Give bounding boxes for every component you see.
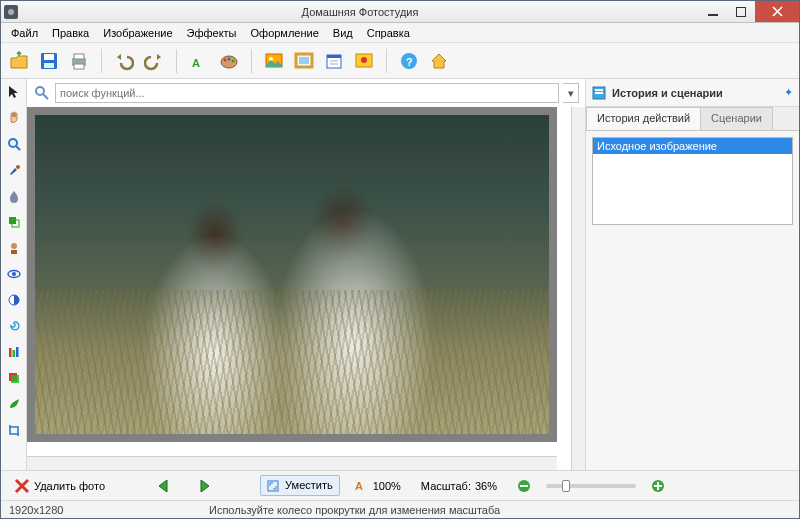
horizontal-scrollbar[interactable] xyxy=(27,456,557,470)
fit-button[interactable]: Уместить xyxy=(260,475,340,496)
menu-edit[interactable]: Правка xyxy=(46,25,95,41)
help-button[interactable]: ? xyxy=(397,49,421,73)
svg-rect-20 xyxy=(327,55,341,58)
svg-line-42 xyxy=(43,94,48,99)
svg-rect-40 xyxy=(11,375,19,383)
svg-rect-44 xyxy=(595,89,603,91)
scale-label: Масштаб: xyxy=(421,480,471,492)
vertical-scrollbar[interactable] xyxy=(571,107,585,470)
open-button[interactable] xyxy=(7,49,31,73)
window-title: Домашняя Фотостудия xyxy=(21,6,699,18)
close-button[interactable] xyxy=(755,1,799,22)
brush-tool[interactable] xyxy=(5,161,23,179)
svg-point-24 xyxy=(361,57,367,63)
tool-sidebar xyxy=(1,79,27,470)
zoom-slider[interactable] xyxy=(546,484,636,488)
svg-rect-6 xyxy=(44,63,54,68)
panel-tabs: История действий Сценарии xyxy=(586,107,799,131)
prev-button[interactable] xyxy=(150,476,180,496)
redo-button[interactable] xyxy=(142,49,166,73)
calendar-button[interactable] xyxy=(322,49,346,73)
next-button[interactable] xyxy=(190,476,220,496)
svg-rect-18 xyxy=(299,57,309,64)
fit-label: Уместить xyxy=(285,479,333,491)
minimize-button[interactable] xyxy=(699,1,727,22)
pointer-tool[interactable] xyxy=(5,83,23,101)
app-window: Домашняя Фотостудия Файл Правка Изображе… xyxy=(0,0,800,519)
toolbar-separator xyxy=(176,49,177,73)
svg-rect-2 xyxy=(708,14,718,16)
delete-icon xyxy=(14,478,30,494)
clone-tool[interactable] xyxy=(5,213,23,231)
window-buttons xyxy=(699,1,799,22)
svg-rect-38 xyxy=(16,347,19,357)
search-dropdown[interactable]: ▾ xyxy=(563,83,579,103)
menu-view[interactable]: Вид xyxy=(327,25,359,41)
svg-point-1 xyxy=(8,9,14,15)
menu-decor[interactable]: Оформление xyxy=(245,25,325,41)
postcard-button[interactable] xyxy=(352,49,376,73)
svg-rect-5 xyxy=(44,54,54,60)
menubar: Файл Правка Изображение Эффекты Оформлен… xyxy=(1,23,799,43)
image-button[interactable] xyxy=(262,49,286,73)
home-button[interactable] xyxy=(427,49,451,73)
print-button[interactable] xyxy=(67,49,91,73)
delete-photo-button[interactable]: Удалить фото xyxy=(9,476,110,496)
zoom-out-button[interactable] xyxy=(512,477,536,495)
canvas[interactable] xyxy=(27,107,557,442)
save-button[interactable] xyxy=(37,49,61,73)
search-input[interactable] xyxy=(55,83,559,103)
history-list[interactable]: Исходное изображение xyxy=(592,137,793,225)
undo-button[interactable] xyxy=(112,49,136,73)
zoom-100-icon: A xyxy=(355,479,369,493)
leaf-tool[interactable] xyxy=(5,395,23,413)
contrast-tool[interactable] xyxy=(5,291,23,309)
tab-scenarios[interactable]: Сценарии xyxy=(700,107,773,130)
titlebar: Домашняя Фотостудия xyxy=(1,1,799,23)
svg-line-28 xyxy=(16,146,20,150)
levels-tool[interactable] xyxy=(5,343,23,361)
collapse-icon[interactable]: ✦ xyxy=(784,86,793,99)
menu-image[interactable]: Изображение xyxy=(97,25,178,41)
crop-tool[interactable] xyxy=(5,421,23,439)
zoom-in-button[interactable] xyxy=(646,477,670,495)
history-item-source[interactable]: Исходное изображение xyxy=(593,138,792,154)
text-button[interactable]: A xyxy=(187,49,211,73)
zoom-100-button[interactable]: A 100% xyxy=(350,477,406,495)
frame-button[interactable] xyxy=(292,49,316,73)
search-row: ▾ xyxy=(27,79,585,107)
layers-tool[interactable] xyxy=(5,369,23,387)
canvas-wrap xyxy=(27,107,585,470)
svg-point-27 xyxy=(9,139,17,147)
photo-image xyxy=(35,115,549,434)
menu-help[interactable]: Справка xyxy=(361,25,416,41)
svg-point-14 xyxy=(232,59,235,62)
svg-rect-52 xyxy=(657,482,659,490)
palette-button[interactable] xyxy=(217,49,241,73)
svg-point-41 xyxy=(36,87,44,95)
fit-icon xyxy=(267,480,279,492)
zoom-tool[interactable] xyxy=(5,135,23,153)
zoom-slider-thumb[interactable] xyxy=(562,480,570,492)
svg-rect-37 xyxy=(12,350,15,357)
panel-header: История и сценарии ✦ xyxy=(586,79,799,107)
svg-rect-45 xyxy=(595,92,603,94)
maximize-button[interactable] xyxy=(727,1,755,22)
hand-tool[interactable] xyxy=(5,109,23,127)
svg-rect-8 xyxy=(74,54,84,59)
svg-point-13 xyxy=(228,57,231,60)
zoom-100-label: 100% xyxy=(373,480,401,492)
tab-history[interactable]: История действий xyxy=(586,107,701,130)
menu-file[interactable]: Файл xyxy=(5,25,44,41)
body: ▾ История и сценарии ✦ История действий xyxy=(1,79,799,470)
app-icon xyxy=(1,5,21,19)
stamp-tool[interactable] xyxy=(5,239,23,257)
blur-tool[interactable] xyxy=(5,187,23,205)
toolbar-separator xyxy=(386,49,387,73)
scale-label-group: Масштаб: 36% xyxy=(416,478,502,494)
eye-tool[interactable] xyxy=(5,265,23,283)
svg-rect-49 xyxy=(520,485,528,487)
status-bar: 1920x1280 Используйте колесо прокрутки д… xyxy=(1,500,799,518)
menu-effects[interactable]: Эффекты xyxy=(181,25,243,41)
swirl-tool[interactable] xyxy=(5,317,23,335)
